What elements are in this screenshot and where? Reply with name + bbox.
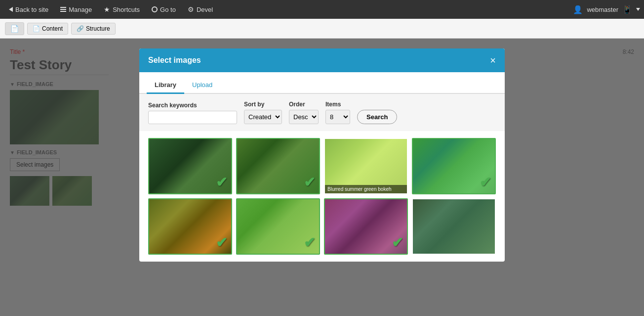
search-button[interactable]: Search bbox=[357, 110, 397, 124]
image-item-7[interactable]: ✔ bbox=[324, 198, 408, 255]
modal-tabs: Library Upload bbox=[139, 72, 505, 94]
modal-overlay[interactable]: Select images × Library Upload bbox=[0, 39, 644, 316]
image-item-1[interactable]: ✔ bbox=[148, 138, 232, 194]
image-item-2[interactable]: ✔ bbox=[236, 138, 320, 194]
image-item-5[interactable]: ✔ bbox=[148, 198, 232, 255]
keywords-field: Search keywords bbox=[148, 102, 237, 124]
dropdown-arrow-icon bbox=[636, 8, 640, 11]
image-grid: ✔ ✔ Blurred summer green bokeh bbox=[139, 131, 505, 262]
items-field: Items 8 12 24 bbox=[325, 101, 350, 124]
keywords-input[interactable] bbox=[148, 111, 237, 124]
content-label: Content bbox=[42, 25, 63, 32]
username-label: webmaster bbox=[587, 6, 618, 13]
checkmark-1: ✔ bbox=[216, 176, 227, 189]
tab-library[interactable]: Library bbox=[147, 77, 184, 94]
search-area: Search keywords Sort by Created Name Dat… bbox=[139, 94, 505, 131]
modal-title: Select images bbox=[148, 56, 201, 65]
checkmark-6: ✔ bbox=[304, 236, 315, 250]
order-field: Order Desc Asc bbox=[289, 101, 319, 124]
device-icon: 📱 bbox=[622, 5, 632, 14]
checkmark-4: ✔ bbox=[480, 176, 491, 189]
modal-dialog: Select images × Library Upload bbox=[139, 48, 505, 262]
structure-icon: 🔗 bbox=[77, 25, 84, 32]
sortby-select[interactable]: Created Name Date bbox=[244, 110, 282, 124]
admin-bar: Back to site Manage ★ Shortcuts Go to ⚙ … bbox=[0, 0, 644, 19]
checkmark-7: ✔ bbox=[392, 236, 403, 250]
devel-btn[interactable]: ⚙ Devel bbox=[183, 3, 218, 15]
back-to-site-btn[interactable]: Back to site bbox=[4, 4, 53, 15]
devel-label: Devel bbox=[197, 6, 213, 13]
shortcuts-label: Shortcuts bbox=[113, 6, 140, 13]
gear-icon: ⚙ bbox=[188, 5, 194, 13]
sortby-field: Sort by Created Name Date bbox=[244, 101, 282, 124]
second-toolbar: 📄 📄 Content 🔗 Structure bbox=[0, 19, 644, 39]
sortby-label: Sort by bbox=[244, 101, 282, 108]
lines-icon bbox=[60, 7, 66, 12]
shortcuts-btn[interactable]: ★ Shortcuts bbox=[99, 3, 145, 15]
image-preview-8 bbox=[413, 199, 495, 254]
back-to-site-label: Back to site bbox=[15, 6, 48, 13]
image-item-6[interactable]: ✔ bbox=[236, 198, 320, 255]
star-icon: ★ bbox=[104, 5, 110, 13]
items-label: Items bbox=[325, 101, 350, 108]
checkmark-5: ✔ bbox=[216, 236, 227, 250]
structure-label: Structure bbox=[86, 25, 110, 32]
image-item-3[interactable]: Blurred summer green bokeh bbox=[324, 138, 408, 194]
goto-label: Go to bbox=[160, 6, 176, 13]
image-caption-3: Blurred summer green bokeh bbox=[325, 185, 407, 193]
pages-btn[interactable]: 📄 bbox=[5, 22, 24, 35]
content-icon: 📄 bbox=[33, 25, 40, 32]
modal-scroll[interactable]: Library Upload Search keywords Sort by bbox=[139, 72, 505, 262]
search-circle-icon bbox=[152, 6, 158, 12]
manage-btn[interactable]: Manage bbox=[55, 4, 97, 15]
arrow-left-icon bbox=[9, 7, 13, 12]
modal-header: Select images × bbox=[139, 48, 505, 72]
keywords-label: Search keywords bbox=[148, 102, 237, 109]
checkmark-2: ✔ bbox=[304, 176, 315, 189]
page-content: Title * Test Story ▼ FIELD_IMAGE ▼ FIELD… bbox=[0, 39, 644, 316]
content-btn[interactable]: 📄 Content bbox=[27, 23, 68, 35]
pages-icon: 📄 bbox=[10, 25, 19, 33]
user-icon: 👤 bbox=[573, 5, 583, 14]
order-label: Order bbox=[289, 101, 319, 108]
goto-btn[interactable]: Go to bbox=[147, 4, 181, 15]
modal-close-button[interactable]: × bbox=[490, 55, 496, 65]
tab-upload[interactable]: Upload bbox=[184, 77, 220, 94]
structure-btn[interactable]: 🔗 Structure bbox=[71, 23, 116, 35]
manage-label: Manage bbox=[69, 6, 92, 13]
items-select[interactable]: 8 12 24 bbox=[325, 110, 350, 124]
admin-bar-right: 👤 webmaster 📱 bbox=[573, 5, 640, 14]
order-select[interactable]: Desc Asc bbox=[289, 110, 319, 124]
image-item-4[interactable]: ✔ bbox=[412, 138, 496, 194]
image-item-8[interactable] bbox=[412, 198, 496, 255]
